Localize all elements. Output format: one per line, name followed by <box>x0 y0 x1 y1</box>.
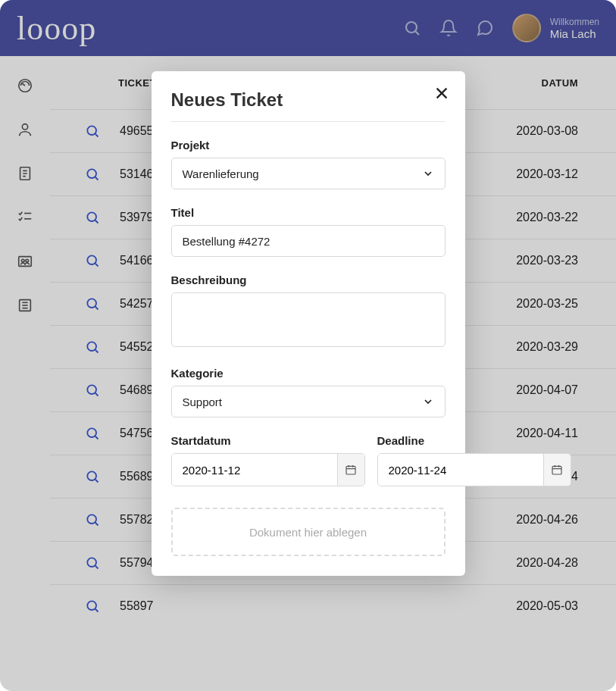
modal-title: Neues Ticket <box>171 89 446 122</box>
start-field: Startdatum <box>171 434 365 486</box>
calendar-icon <box>345 464 357 476</box>
start-label: Startdatum <box>171 434 365 447</box>
project-value: Warenlieferung <box>183 167 259 180</box>
modal-overlay[interactable]: Neues Ticket Projekt Warenlieferung Tite… <box>0 0 616 691</box>
app-window: looop Willkommen Mia Lach <box>0 0 616 691</box>
title-input[interactable] <box>171 225 446 257</box>
document-dropzone[interactable]: Dokument hier ablegen <box>171 508 446 556</box>
category-value: Support <box>183 396 223 408</box>
deadline-calendar-button[interactable] <box>543 454 571 486</box>
category-label: Kategorie <box>171 367 446 380</box>
project-select[interactable]: Warenlieferung <box>171 158 446 189</box>
deadline-field: Deadline <box>377 434 571 486</box>
calendar-icon <box>551 464 563 476</box>
dropzone-label: Dokument hier ablegen <box>249 526 367 539</box>
start-input-wrap <box>171 453 365 486</box>
category-select[interactable]: Support <box>171 386 446 417</box>
chevron-down-icon <box>422 396 434 408</box>
start-calendar-button[interactable] <box>337 454 364 486</box>
chevron-down-icon <box>422 167 434 180</box>
project-field: Projekt Warenlieferung <box>171 139 446 189</box>
description-field: Beschreibung <box>171 274 446 350</box>
close-icon[interactable] <box>433 85 450 102</box>
description-label: Beschreibung <box>171 274 446 286</box>
category-field: Kategorie Support <box>171 367 446 417</box>
date-row: Startdatum Deadline <box>171 434 446 486</box>
svg-rect-47 <box>552 466 561 474</box>
project-label: Projekt <box>171 139 446 152</box>
description-input[interactable] <box>171 292 446 347</box>
start-input[interactable] <box>172 454 337 486</box>
title-field: Titel <box>171 206 446 257</box>
deadline-label: Deadline <box>377 434 571 447</box>
deadline-input[interactable] <box>378 454 543 486</box>
new-ticket-modal: Neues Ticket Projekt Warenlieferung Tite… <box>152 71 465 576</box>
svg-rect-43 <box>346 466 355 474</box>
deadline-input-wrap <box>377 453 571 486</box>
title-label: Titel <box>171 206 446 219</box>
